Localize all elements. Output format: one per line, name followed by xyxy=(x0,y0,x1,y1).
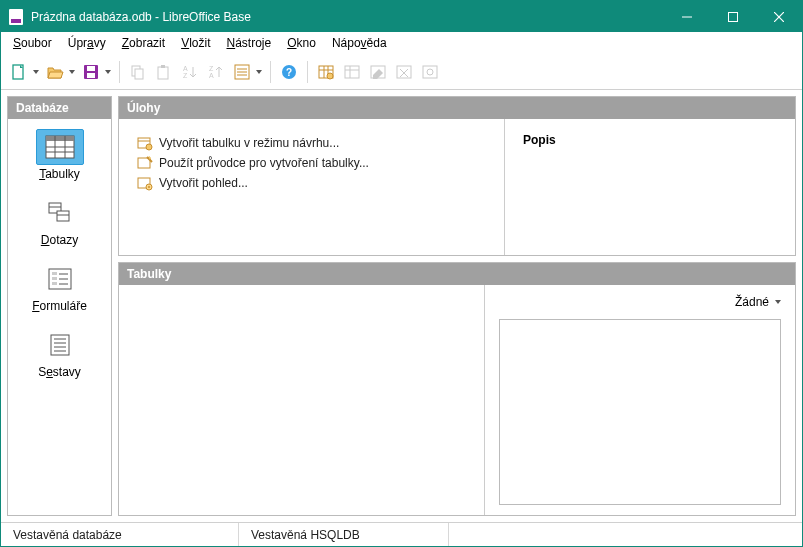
sidebar-item-label: Formuláře xyxy=(32,299,87,313)
svg-text:Z: Z xyxy=(183,72,188,79)
task-label: Vytvořit tabulku v režimu návrhu... xyxy=(159,136,339,150)
sidebar-item-tables[interactable]: Tabulky xyxy=(20,125,100,185)
svg-rect-51 xyxy=(52,282,57,285)
svg-rect-43 xyxy=(57,211,69,221)
menu-nastroje[interactable]: Nástroje xyxy=(218,34,279,52)
window-controls xyxy=(664,1,802,32)
queries-view-button[interactable] xyxy=(340,60,364,84)
svg-text:A: A xyxy=(183,65,188,72)
close-button[interactable] xyxy=(756,1,802,32)
app-icon xyxy=(9,9,23,25)
menu-upravy[interactable]: Úpravy xyxy=(60,34,114,52)
svg-rect-11 xyxy=(161,65,165,68)
paste-button[interactable] xyxy=(152,60,176,84)
svg-point-60 xyxy=(146,144,152,150)
status-bar: Vestavěná databáze Vestavěná HSQLDB xyxy=(1,522,802,546)
help-button[interactable]: ? xyxy=(277,60,301,84)
svg-point-64 xyxy=(148,186,150,188)
chevron-down-icon xyxy=(69,70,75,74)
preview-mode-label: Žádné xyxy=(735,295,769,309)
chevron-down-icon xyxy=(33,70,39,74)
sidebar-header: Databáze xyxy=(8,97,111,119)
svg-rect-31 xyxy=(397,66,411,78)
wand-icon xyxy=(137,155,153,171)
main-area: Úlohy Vytvořit tabulku v režimu návrhu..… xyxy=(118,96,796,516)
table-icon xyxy=(36,129,84,165)
copy-button[interactable] xyxy=(126,60,150,84)
window-title: Prázdna databáza.odb - LibreOffice Base xyxy=(31,10,251,24)
menu-napoveda[interactable]: Nápověda xyxy=(324,34,395,52)
sidebar-item-label: Dotazy xyxy=(41,233,78,247)
form-icon xyxy=(36,261,84,297)
menu-bar: Sdocument.currentScript.previousElementS… xyxy=(1,32,802,54)
svg-text:Z: Z xyxy=(209,65,214,72)
delete-button[interactable] xyxy=(392,60,416,84)
sidebar-item-reports[interactable]: Sestavy xyxy=(20,323,100,383)
sidebar: Databáze Tabulky Dotazy Formuláře xyxy=(7,96,112,516)
description-column: Popis xyxy=(505,119,795,255)
task-use-wizard[interactable]: Použít průvodce pro vytvoření tabulky... xyxy=(137,153,486,173)
task-label: Vytvořit pohled... xyxy=(159,176,248,190)
status-empty xyxy=(449,523,802,546)
svg-rect-27 xyxy=(345,66,359,78)
title-bar: Prázdna databáza.odb - LibreOffice Base xyxy=(1,1,802,32)
svg-text:?: ? xyxy=(286,67,292,78)
svg-rect-1 xyxy=(729,12,738,21)
svg-rect-53 xyxy=(51,335,69,355)
svg-rect-37 xyxy=(46,136,74,141)
svg-rect-49 xyxy=(52,277,57,280)
separator xyxy=(270,61,271,83)
menu-vlozit[interactable]: Vložit xyxy=(173,34,218,52)
menu-soubor[interactable]: Sdocument.currentScript.previousElementS… xyxy=(5,34,60,52)
report-icon xyxy=(36,327,84,363)
preview-column: Žádné xyxy=(485,285,795,515)
sort-desc-button[interactable]: ZA xyxy=(204,60,228,84)
menu-okno[interactable]: Okno xyxy=(279,34,324,52)
maximize-button[interactable] xyxy=(710,1,756,32)
svg-rect-7 xyxy=(87,73,95,78)
sidebar-item-label: Sestavy xyxy=(38,365,81,379)
query-icon xyxy=(36,195,84,231)
separator xyxy=(307,61,308,83)
task-label: Použít průvodce pro vytvoření tabulky... xyxy=(159,156,369,170)
new-button[interactable] xyxy=(7,60,41,84)
chevron-down-icon xyxy=(105,70,111,74)
minimize-button[interactable] xyxy=(664,1,710,32)
sidebar-item-forms[interactable]: Formuláře xyxy=(20,257,100,317)
sidebar-item-label: Tabulky xyxy=(39,167,80,181)
wizard-icon xyxy=(137,135,153,151)
svg-rect-9 xyxy=(135,69,143,79)
preview-mode-selector[interactable]: Žádné xyxy=(499,295,781,309)
menu-zobrazit[interactable]: Zobrazit xyxy=(114,34,173,52)
save-button[interactable] xyxy=(79,60,113,84)
sort-asc-button[interactable]: AZ xyxy=(178,60,202,84)
svg-rect-34 xyxy=(423,66,437,78)
tasks-pane: Úlohy Vytvořit tabulku v režimu návrhu..… xyxy=(118,96,796,256)
tasks-list: Vytvořit tabulku v režimu návrhu... Použ… xyxy=(119,119,505,255)
tasks-header: Úlohy xyxy=(119,97,795,119)
objects-pane: Tabulky Žádné xyxy=(118,262,796,516)
chevron-down-icon xyxy=(775,300,781,304)
status-db-type: Vestavěná databáze xyxy=(1,523,239,546)
svg-rect-6 xyxy=(87,66,95,71)
form-button[interactable] xyxy=(230,60,264,84)
body: Databáze Tabulky Dotazy Formuláře xyxy=(1,90,802,522)
svg-text:A: A xyxy=(209,72,214,79)
task-create-view[interactable]: Vytvořit pohled... xyxy=(137,173,486,193)
svg-rect-10 xyxy=(158,67,168,79)
rename-button[interactable] xyxy=(418,60,442,84)
task-create-design[interactable]: Vytvořit tabulku v režimu návrhu... xyxy=(137,133,486,153)
separator xyxy=(119,61,120,83)
svg-point-26 xyxy=(327,73,333,79)
edit-table-button[interactable] xyxy=(366,60,390,84)
objects-header: Tabulky xyxy=(119,263,795,285)
tables-view-button[interactable] xyxy=(314,60,338,84)
open-button[interactable] xyxy=(43,60,77,84)
toolbar: AZ ZA ? xyxy=(1,54,802,90)
sidebar-item-queries[interactable]: Dotazy xyxy=(20,191,100,251)
status-engine: Vestavěná HSQLDB xyxy=(239,523,449,546)
description-label: Popis xyxy=(523,133,777,147)
chevron-down-icon xyxy=(256,70,262,74)
objects-list[interactable] xyxy=(119,285,485,515)
preview-box xyxy=(499,319,781,505)
